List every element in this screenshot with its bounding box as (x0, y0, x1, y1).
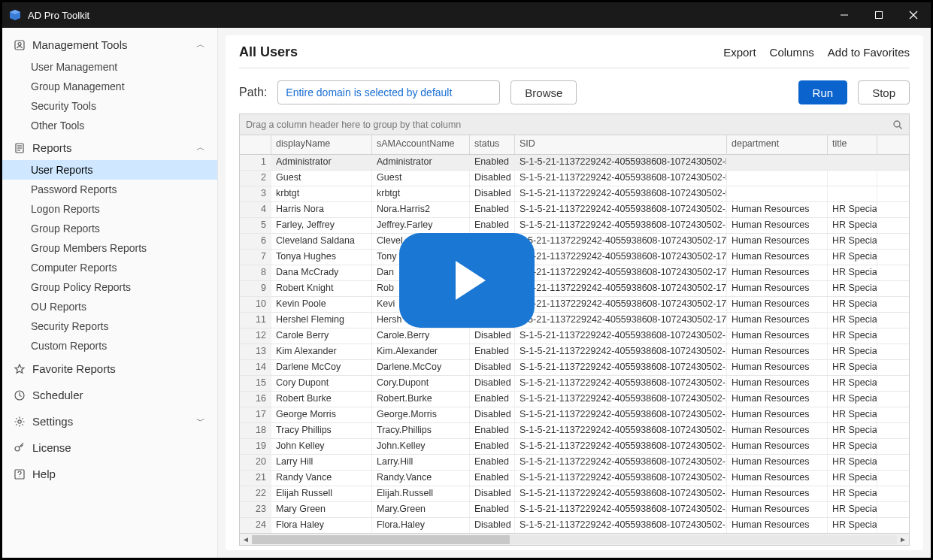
table-row[interactable]: 5Farley, JeffreyJeffrey.FarleyEnabledS-1… (240, 218, 909, 234)
column-displayname[interactable]: displayName (271, 135, 372, 154)
cell-department: Human Resources (727, 471, 828, 486)
sidebar-item[interactable]: Logon Reports (2, 199, 217, 219)
table-row[interactable]: 13Kim AlexanderKim.AlexanderEnabledS-1-5… (240, 344, 909, 360)
cell-sam: Guest (372, 171, 470, 186)
table-row[interactable]: 23Mary GreenMary.GreenEnabledS-1-5-21-11… (240, 502, 909, 518)
sidebar-item-label: Settings (32, 415, 73, 428)
close-button[interactable] (896, 2, 931, 28)
table-row[interactable]: 17George MorrisGeorge.MorrisDisabledS-1-… (240, 407, 909, 423)
sidebar-item[interactable]: Security Tools (2, 96, 217, 116)
cell-sid: 1-5-21-1137229242-4055938608-1072430502-… (515, 297, 727, 312)
cell-department: Human Resources (727, 281, 828, 296)
column-samaccountname[interactable]: sAMAccountName (372, 135, 470, 154)
table-row[interactable]: 3krbtgtkrbtgtDisabledS-1-5-21-1137229242… (240, 186, 909, 202)
video-play-button[interactable] (399, 233, 535, 328)
cell-sam: Jeffrey.Farley (372, 218, 470, 233)
column-title[interactable]: title (828, 135, 877, 154)
table-row[interactable]: 7Tonya HughesTony1-5-21-1137229242-40559… (240, 250, 909, 265)
cell-sid: S-1-5-21-1137229242-4055938608-107243050… (515, 171, 727, 186)
table-row[interactable]: 19John KelleyJohn.KelleyEnabledS-1-5-21-… (240, 439, 909, 455)
column-rownum[interactable] (240, 135, 271, 154)
cell-displayname: Darlene McCoy (271, 360, 372, 375)
search-icon[interactable] (892, 120, 903, 130)
sidebar-item[interactable]: Other Tools (2, 116, 217, 135)
column-department[interactable]: department (727, 135, 828, 154)
table-row[interactable]: 2GuestGuestDisabledS-1-5-21-1137229242-4… (240, 171, 909, 186)
table-row[interactable]: 18Tracy PhillipsTracy.PhillipsEnabledS-1… (240, 423, 909, 439)
column-sid[interactable]: SID (515, 135, 727, 154)
table-row[interactable]: 21Randy VanceRandy.VanceEnabledS-1-5-21-… (240, 471, 909, 486)
group-by-bar[interactable]: Drag a column header here to group by th… (240, 114, 909, 135)
sidebar-group-reports[interactable]: Reports ︿ (2, 135, 217, 160)
cell-rownum: 6 (240, 234, 271, 249)
sidebar-item[interactable]: User Management (2, 57, 217, 77)
column-status[interactable]: status (470, 135, 515, 154)
main-panel: All Users Export Columns Add to Favorite… (226, 35, 923, 550)
scroll-left-icon[interactable]: ◄ (240, 535, 252, 543)
cell-sam: Darlene.McCoy (372, 360, 470, 375)
sidebar-item[interactable]: OU Reports (2, 297, 217, 316)
add-favorites-link[interactable]: Add to Favorites (828, 46, 910, 59)
titlebar: AD Pro Toolkit (2, 2, 931, 28)
sidebar-item[interactable]: Group Reports (2, 219, 217, 238)
table-row[interactable]: 8Dana McCradyDan1-5-21-1137229242-405593… (240, 265, 909, 281)
sidebar-license[interactable]: License (2, 434, 217, 461)
browse-button[interactable]: Browse (510, 80, 577, 104)
cell-sid: S-1-5-21-1137229242-4055938608-107243050… (515, 328, 727, 344)
cell-title: HR Specialist (828, 250, 877, 265)
table-row[interactable]: 6Cleveland SaldanaClevelEnabled1-5-21-11… (240, 234, 909, 250)
cell-displayname: Flora Haley (271, 518, 372, 533)
sidebar-item[interactable]: Password Reports (2, 180, 217, 199)
sidebar-help[interactable]: Help (2, 461, 217, 487)
table-row[interactable]: 20Larry HillLarry.HillEnabledS-1-5-21-11… (240, 455, 909, 471)
columns-link[interactable]: Columns (770, 46, 814, 59)
sidebar-item[interactable]: User Reports (2, 160, 217, 180)
maximize-button[interactable] (862, 2, 896, 28)
table-row[interactable]: 22Elijah RussellElijah.RussellDisabledS-… (240, 486, 909, 502)
sidebar-item[interactable]: Security Reports (2, 316, 217, 336)
cell-title: HR Specialist (828, 376, 877, 391)
sidebar-item[interactable]: Custom Reports (2, 336, 217, 356)
table-row[interactable]: 10Kevin PooleKevi1-5-21-1137229242-40559… (240, 297, 909, 313)
cell-status: Enabled (470, 344, 515, 359)
sidebar-item[interactable]: Group Policy Reports (2, 277, 217, 297)
table-row[interactable]: 11Hershel FlemingHersh1-5-21-1137229242-… (240, 313, 909, 328)
sidebar-settings[interactable]: Settings ﹀ (2, 408, 217, 434)
clock-icon (11, 389, 28, 401)
cell-sid: 1-5-21-1137229242-4055938608-1072430502-… (515, 265, 727, 280)
grid-body[interactable]: 1AdministratorAdministratorEnabledS-1-5-… (240, 155, 909, 533)
svg-point-7 (18, 42, 21, 45)
cell-displayname: Hershel Fleming (271, 313, 372, 328)
horizontal-scrollbar[interactable]: ◄ ► (240, 533, 909, 545)
cell-sid: 1-5-21-1137229242-4055938608-1072430502-… (515, 281, 727, 296)
cell-department (727, 186, 828, 201)
table-row[interactable]: 12Carole BerryCarole.BerryDisabledS-1-5-… (240, 328, 909, 344)
scroll-right-icon[interactable]: ► (897, 535, 909, 543)
table-row[interactable]: 1AdministratorAdministratorEnabledS-1-5-… (240, 155, 909, 171)
sidebar-group-management[interactable]: Management Tools ︿ (2, 32, 217, 57)
sidebar-item[interactable]: Group Members Reports (2, 238, 217, 258)
sidebar-item[interactable]: Computer Reports (2, 258, 217, 277)
table-row[interactable]: 15Cory DupontCory.DupontDisabledS-1-5-21… (240, 376, 909, 392)
export-link[interactable]: Export (723, 46, 756, 59)
sidebar-favorite-reports[interactable]: Favorite Reports (2, 356, 217, 382)
table-row[interactable]: 4Harris NoraNora.Harris2EnabledS-1-5-21-… (240, 202, 909, 218)
cell-sid: S-1-5-21-1137229242-4055938608-107243050… (515, 344, 727, 359)
minimize-button[interactable] (827, 2, 862, 28)
sidebar-scheduler[interactable]: Scheduler (2, 382, 217, 408)
cell-department: Human Resources (727, 202, 828, 217)
cell-sam: Mary.Green (372, 502, 470, 517)
stop-button[interactable]: Stop (858, 80, 910, 104)
table-row[interactable]: 14Darlene McCoyDarlene.McCoyDisabledS-1-… (240, 360, 909, 376)
table-row[interactable]: 9Robert KnightRob1-5-21-1137229242-40559… (240, 281, 909, 297)
path-input[interactable] (277, 80, 500, 104)
cell-title: HR Specialist (828, 439, 877, 454)
sidebar-item[interactable]: Group Management (2, 77, 217, 96)
svg-point-18 (894, 121, 900, 127)
cell-status: Disabled (470, 328, 515, 344)
table-row[interactable]: 24Flora HaleyFlora.HaleyDisabledS-1-5-21… (240, 518, 909, 533)
run-button[interactable]: Run (798, 80, 848, 104)
table-row[interactable]: 16Robert BurkeRobert.BurkeEnabledS-1-5-2… (240, 392, 909, 407)
cell-sam: George.Morris (372, 407, 470, 422)
cell-sid: S-1-5-21-1137229242-4055938608-107243050… (515, 407, 727, 422)
